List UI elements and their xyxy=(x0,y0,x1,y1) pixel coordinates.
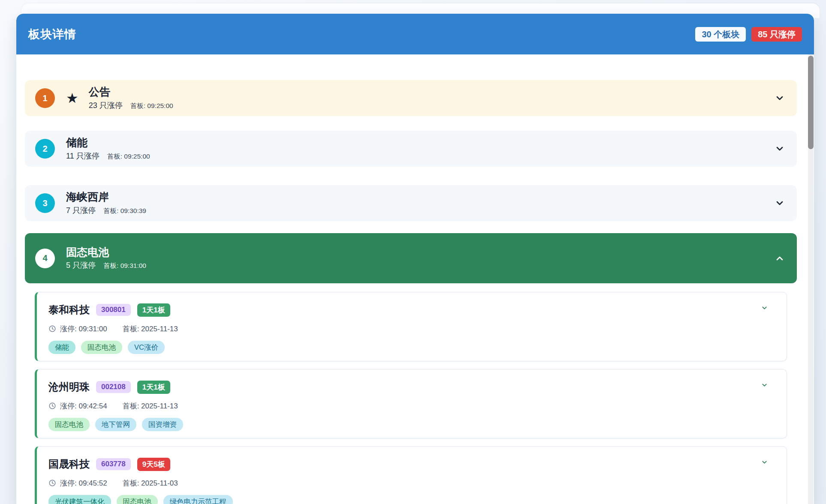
sector-name: 储能 xyxy=(66,136,150,149)
stock-list: 泰和科技 300801 1天1板 涨停: 09:31:00 首板: 2025-1… xyxy=(35,292,787,504)
star-icon[interactable]: ★ xyxy=(66,91,78,105)
sector-limit-up-count: 7 只涨停 xyxy=(66,205,96,216)
chevron-down-icon xyxy=(761,381,768,389)
chevron-down-icon xyxy=(775,93,785,103)
sector-name: 固态电池 xyxy=(66,246,146,258)
sector-meta: 5 只涨停 首板: 09:31:00 xyxy=(66,260,146,270)
header-badges: 30 个板块 85 只涨停 xyxy=(695,27,802,42)
first-board-date: 首板: 2025-11-13 xyxy=(123,401,178,411)
sector-limit-up-count: 23 只涨停 xyxy=(89,100,123,111)
chevron-down-icon xyxy=(761,304,768,312)
limit-up-time: 涨停: 09:31:00 xyxy=(60,324,107,334)
sector-first-board-time: 首板: 09:25:00 xyxy=(107,152,150,161)
stock-name: 国晟科技 xyxy=(48,457,90,471)
clock-icon xyxy=(48,402,56,410)
rank-badge: 4 xyxy=(35,249,55,268)
limit-up-count-badge: 85 只涨停 xyxy=(751,27,802,42)
limit-up-time: 涨停: 09:42:54 xyxy=(60,401,107,411)
sector-info: 储能 11 只涨停 首板: 09:25:00 xyxy=(66,136,150,161)
concept-tag: 地下管网 xyxy=(95,418,136,431)
sector-row[interactable]: 2 ★ 储能 11 只涨停 首板: 09:25:00 xyxy=(25,131,797,167)
concept-tag: 绿色电力示范工程 xyxy=(163,495,233,504)
chevron-down-icon xyxy=(761,459,768,466)
scrollbar-track[interactable] xyxy=(808,54,814,504)
concept-tag: 固态电池 xyxy=(48,418,90,431)
rank-badge: 2 xyxy=(35,139,55,159)
stock-head: 国晟科技 603778 9天5板 xyxy=(48,457,774,471)
sector-count-badge: 30 个板块 xyxy=(695,27,746,42)
stock-head: 沧州明珠 002108 1天1板 xyxy=(48,380,774,394)
stock-code-badge: 002108 xyxy=(96,381,131,393)
concept-tag: 储能 xyxy=(48,341,75,354)
stock-name: 泰和科技 xyxy=(48,303,90,317)
stock-card[interactable]: 泰和科技 300801 1天1板 涨停: 09:31:00 首板: 2025-1… xyxy=(35,292,787,361)
sector-name: 海峡西岸 xyxy=(66,191,146,203)
stock-code-badge: 603778 xyxy=(96,458,131,470)
stock-meta: 涨停: 09:42:54 首板: 2025-11-13 xyxy=(48,401,774,411)
sector-row[interactable]: 1 ★ 公告 23 只涨停 首板: 09:25:00 xyxy=(25,80,797,116)
sector-info: 海峡西岸 7 只涨停 首板: 09:30:39 xyxy=(66,191,146,216)
first-board-date: 首板: 2025-11-13 xyxy=(123,324,178,334)
sector-limit-up-count: 5 只涨停 xyxy=(66,260,96,270)
clock-icon xyxy=(48,325,56,333)
sector-meta: 7 只涨停 首板: 09:30:39 xyxy=(66,205,146,216)
concept-tag: 国资增资 xyxy=(142,418,183,431)
panel-header: 板块详情 30 个板块 85 只涨停 xyxy=(16,14,814,54)
panel-title: 板块详情 xyxy=(28,27,76,42)
board-streak-badge: 1天1板 xyxy=(137,303,170,317)
stock-head: 泰和科技 300801 1天1板 xyxy=(48,303,774,317)
chevron-down-icon xyxy=(775,253,785,264)
sector-meta: 23 只涨停 首板: 09:25:00 xyxy=(89,100,173,111)
stock-card[interactable]: 沧州明珠 002108 1天1板 涨停: 09:42:54 首板: 2025-1… xyxy=(35,369,787,438)
sector-first-board-time: 首板: 09:31:00 xyxy=(103,261,146,270)
chevron-down-icon xyxy=(775,144,785,154)
concept-tag: 光伏建筑一体化 xyxy=(48,495,111,504)
board-streak-badge: 9天5板 xyxy=(137,458,170,471)
chevron-down-icon xyxy=(775,198,785,208)
sector-list: 1 ★ 公告 23 只涨停 首板: 09:25:00 2 xyxy=(16,54,814,504)
board-streak-badge: 1天1板 xyxy=(137,381,170,394)
sector-info: 公告 23 只涨停 首板: 09:25:00 xyxy=(89,86,173,111)
concept-tag: VC涨价 xyxy=(128,341,165,354)
clock-icon xyxy=(48,479,56,487)
stock-name: 沧州明珠 xyxy=(48,380,90,394)
stock-meta: 涨停: 09:31:00 首板: 2025-11-13 xyxy=(48,324,774,334)
limit-up-time: 涨停: 09:45:52 xyxy=(60,478,107,488)
sector-row[interactable]: 4 ★ 固态电池 5 只涨停 首板: 09:31:00 xyxy=(25,233,797,283)
stock-meta: 涨停: 09:45:52 首板: 2025-11-03 xyxy=(48,478,774,488)
sector-row[interactable]: 3 ★ 海峡西岸 7 只涨停 首板: 09:30:39 xyxy=(25,185,797,221)
sector-detail-panel: 板块详情 30 个板块 85 只涨停 1 ★ 公告 23 只涨停 首板: 09:… xyxy=(16,14,814,504)
scrollbar-thumb[interactable] xyxy=(808,56,814,149)
sector-name: 公告 xyxy=(89,86,173,98)
rank-badge: 3 xyxy=(35,193,55,213)
concept-tag: 固态电池 xyxy=(81,341,122,354)
stock-card[interactable]: 国晟科技 603778 9天5板 涨停: 09:45:52 首板: 2025-1… xyxy=(35,446,787,504)
sector-first-board-time: 首板: 09:30:39 xyxy=(103,207,146,216)
sector-rows: 1 ★ 公告 23 只涨停 首板: 09:25:00 2 xyxy=(25,80,797,283)
sector-info: 固态电池 5 只涨停 首板: 09:31:00 xyxy=(66,246,146,271)
concept-tag: 固态电池 xyxy=(117,495,158,504)
sector-first-board-time: 首板: 09:25:00 xyxy=(130,102,173,111)
first-board-date: 首板: 2025-11-03 xyxy=(123,478,178,488)
stock-tags: 光伏建筑一体化 固态电池 绿色电力示范工程 xyxy=(48,495,774,504)
sector-meta: 11 只涨停 首板: 09:25:00 xyxy=(66,151,150,161)
stock-tags: 储能 固态电池 VC涨价 xyxy=(48,341,774,354)
stock-tags: 固态电池 地下管网 国资增资 xyxy=(48,418,774,431)
stock-code-badge: 300801 xyxy=(96,304,131,316)
rank-badge: 1 xyxy=(35,88,55,108)
sector-limit-up-count: 11 只涨停 xyxy=(66,151,99,161)
